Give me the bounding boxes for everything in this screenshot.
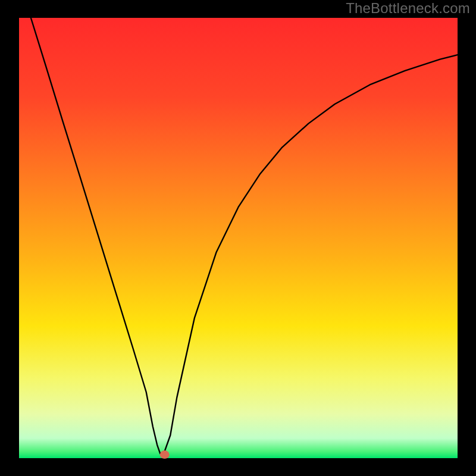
optimum-marker (160, 450, 170, 459)
plot-background (19, 18, 458, 458)
bottleneck-chart (0, 0, 476, 476)
chart-frame: TheBottleneck.com (0, 0, 476, 476)
watermark-text: TheBottleneck.com (346, 0, 470, 17)
